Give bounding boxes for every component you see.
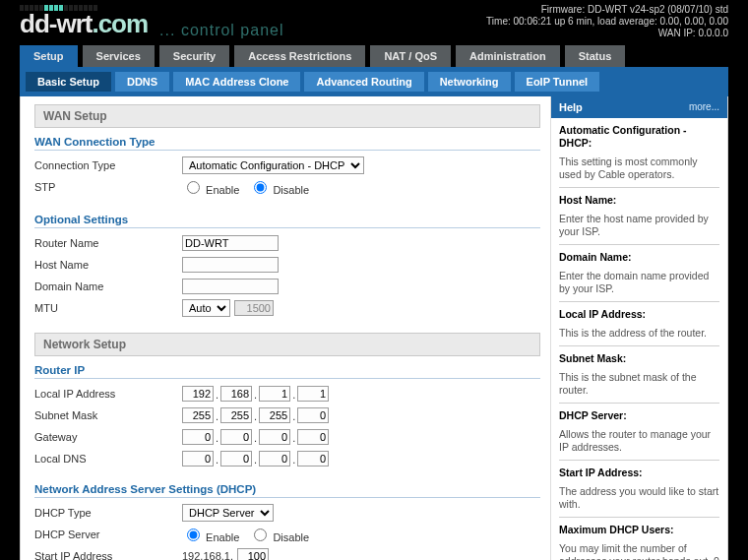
dhcp-section: Network Address Server Settings (DHCP) [34, 481, 540, 498]
local-ip-4[interactable] [297, 386, 329, 402]
dhcp-type-label: DHCP Type [34, 507, 182, 519]
main-tabs: Setup Services Security Access Restricti… [20, 45, 728, 67]
domain-name-input[interactable] [182, 279, 279, 294]
tab-nat-qos[interactable]: NAT / QoS [370, 45, 451, 67]
gw-4[interactable] [297, 429, 329, 445]
start-ip-label: Start IP Address [34, 550, 182, 560]
ldns-3[interactable] [259, 451, 290, 467]
brand-logo: dd-wrt.com [20, 9, 148, 38]
stp-label: STP [34, 181, 182, 193]
help-p7: The address you would like to start with… [559, 485, 719, 511]
gw-2[interactable] [220, 429, 252, 445]
host-name-input[interactable] [182, 257, 279, 273]
subtab-ddns[interactable]: DDNS [115, 72, 169, 92]
tab-security[interactable]: Security [159, 45, 229, 67]
start-ip-prefix: 192.168.1. [182, 550, 233, 560]
tab-status[interactable]: Status [565, 45, 626, 67]
wan-setup-header: WAN Setup [34, 104, 540, 128]
dhcp-disable-radio[interactable] [254, 529, 267, 541]
main-content: WAN Setup WAN Connection Type Connection… [21, 96, 550, 560]
mtu-label: MTU [34, 302, 182, 314]
connection-type-label: Connection Type [34, 159, 182, 171]
tab-setup[interactable]: Setup [20, 45, 78, 67]
router-ip-section: Router IP [34, 362, 540, 379]
gw-3[interactable] [259, 429, 290, 445]
subnet-group: . . . [182, 407, 540, 423]
local-dns-label: Local DNS [34, 453, 182, 465]
host-name-label: Host Name [34, 259, 182, 271]
firmware-line: Firmware: DD-WRT v24-sp2 (08/07/10) std [486, 4, 728, 16]
local-ip-group: . . . [182, 386, 540, 402]
local-dns-group: . . . [182, 451, 540, 467]
gw-1[interactable] [182, 429, 214, 445]
help-p6: Allows the router to manage your IP addr… [559, 428, 719, 454]
help-sidebar: Help more... Automatic Configuration - D… [550, 96, 727, 560]
tab-services[interactable]: Services [83, 45, 155, 67]
local-ip-2[interactable] [220, 386, 252, 402]
help-p2: Enter the host name provided by your ISP… [559, 213, 719, 238]
help-h2: Host Name: [559, 194, 616, 206]
tab-access-restrictions[interactable]: Access Restrictions [234, 45, 365, 67]
network-setup-header: Network Setup [34, 333, 540, 356]
stp-enable-option[interactable]: Enable [182, 178, 239, 196]
help-h8: Maximum DHCP Users: [559, 524, 674, 535]
help-h1: Automatic Configuration - DHCP: [559, 124, 687, 149]
subnet-3[interactable] [259, 407, 290, 423]
router-name-label: Router Name [34, 237, 182, 249]
local-ip-3[interactable] [259, 386, 290, 402]
dhcp-type-select[interactable]: DHCP Server [182, 504, 274, 522]
tab-administration[interactable]: Administration [456, 45, 560, 67]
help-h4: Local IP Address: [559, 308, 646, 320]
help-h6: DHCP Server: [559, 409, 627, 421]
local-ip-1[interactable] [182, 386, 214, 402]
brand-block: dd-wrt.com ... control panel [20, 5, 284, 39]
ldns-1[interactable] [182, 451, 214, 467]
optional-settings-section: Optional Settings [34, 212, 540, 228]
gateway-group: . . . [182, 429, 540, 445]
subtab-mac-clone[interactable]: MAC Address Clone [173, 72, 300, 92]
stp-disable-radio[interactable] [254, 181, 267, 194]
control-panel-label: ... control panel [159, 22, 283, 39]
subnet-4[interactable] [297, 407, 329, 423]
subtab-adv-routing[interactable]: Advanced Routing [304, 72, 423, 92]
sub-tabs: Basic Setup DDNS MAC Address Clone Advan… [20, 67, 728, 96]
help-p4: This is the address of the router. [559, 327, 719, 340]
wanip-line: WAN IP: 0.0.0.0 [486, 28, 728, 39]
stp-enable-radio[interactable] [187, 181, 200, 194]
dhcp-enable-option[interactable]: Enable [182, 526, 239, 543]
mtu-value-input [234, 300, 274, 316]
help-h5: Subnet Mask: [559, 352, 626, 364]
subnet-1[interactable] [182, 407, 214, 423]
dhcp-enable-radio[interactable] [187, 529, 200, 541]
help-p1: This setting is most commonly used by Ca… [559, 156, 719, 181]
subnet-2[interactable] [220, 407, 252, 423]
gateway-label: Gateway [34, 431, 182, 443]
connection-type-select[interactable]: Automatic Configuration - DHCP [182, 156, 364, 174]
status-lines: Firmware: DD-WRT v24-sp2 (08/07/10) std … [486, 4, 728, 39]
subnet-label: Subnet Mask [34, 409, 182, 421]
router-name-input[interactable] [182, 235, 279, 251]
help-more-link[interactable]: more... [689, 101, 719, 113]
ldns-2[interactable] [220, 451, 252, 467]
dhcp-disable-option[interactable]: Disable [249, 526, 309, 543]
help-p8: You may limit the number of addresses yo… [559, 542, 719, 560]
local-ip-label: Local IP Address [34, 388, 182, 400]
start-ip-last[interactable] [237, 548, 269, 560]
mtu-mode-select[interactable]: Auto [182, 299, 230, 317]
wan-connection-type-section: WAN Connection Type [34, 134, 540, 151]
subtab-networking[interactable]: Networking [428, 72, 511, 92]
help-title: Help [559, 101, 583, 113]
help-h7: Start IP Address: [559, 467, 643, 478]
subtab-basic-setup[interactable]: Basic Setup [26, 72, 111, 92]
help-h3: Domain Name: [559, 251, 632, 263]
time-line: Time: 00:06:21 up 6 min, load average: 0… [486, 16, 728, 28]
ldns-4[interactable] [297, 451, 329, 467]
subtab-eoip[interactable]: EoIP Tunnel [515, 72, 600, 92]
domain-name-label: Domain Name [34, 280, 182, 292]
dhcp-server-label: DHCP Server [34, 529, 182, 540]
help-p3: Enter the domain name provided by your I… [559, 270, 719, 295]
help-p5: This is the subnet mask of the router. [559, 371, 719, 397]
stp-disable-option[interactable]: Disable [249, 178, 309, 196]
